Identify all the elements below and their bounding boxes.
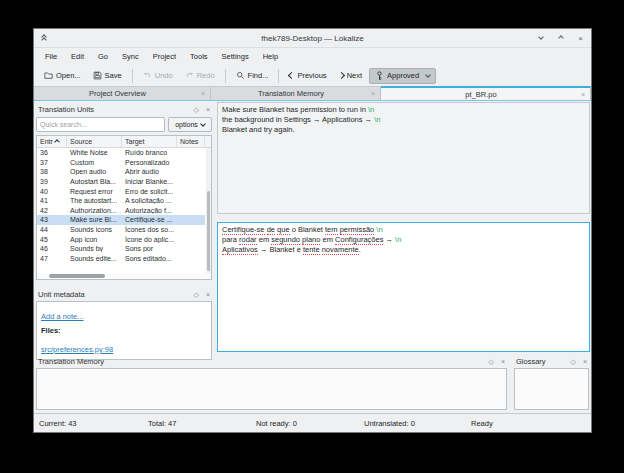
find-button[interactable]: Find... bbox=[231, 68, 274, 83]
panel-title: Translation Memory bbox=[38, 357, 104, 366]
status-ready: Ready bbox=[471, 419, 493, 428]
translation-units-panel: Translation Units ◇ × Quick search... op… bbox=[34, 102, 214, 280]
toolbar-separator bbox=[132, 69, 133, 83]
table-row[interactable]: 44Sounds iconsÍcones dos so... bbox=[37, 225, 205, 235]
close-panel-icon[interactable]: × bbox=[206, 291, 210, 298]
close-panel-icon[interactable]: × bbox=[501, 358, 505, 365]
quick-search-input[interactable]: Quick search... bbox=[36, 117, 165, 132]
tab-pt-br-po[interactable]: pt_BR.po × bbox=[381, 86, 591, 100]
panel-splitter[interactable] bbox=[34, 280, 214, 287]
chevron-down-icon bbox=[200, 121, 206, 127]
float-panel-icon[interactable]: ◇ bbox=[194, 291, 199, 298]
toolbar-separator bbox=[278, 69, 279, 83]
table-row[interactable]: 37CustomPersonalizado bbox=[37, 158, 205, 168]
save-icon bbox=[93, 71, 102, 80]
key-icon bbox=[375, 71, 384, 81]
minimize-icon[interactable] bbox=[536, 34, 545, 43]
close-panel-icon[interactable]: × bbox=[206, 106, 210, 113]
table-header: Entr Source Target Notes bbox=[37, 136, 211, 148]
undo-icon bbox=[143, 71, 152, 80]
toolbar-separator bbox=[225, 69, 226, 83]
tabbar: Project Overview × Translation Memory × … bbox=[34, 86, 591, 101]
chevron-left-icon bbox=[288, 72, 295, 79]
chevron-right-icon bbox=[338, 72, 345, 79]
folder-icon bbox=[44, 71, 53, 80]
files-label: Files: bbox=[41, 326, 207, 335]
menubar: File Edit Go Sync Project Tools Settings… bbox=[34, 48, 591, 65]
lokalize-window: fhek789-Desktop — Lokalize × File Edit G… bbox=[33, 28, 592, 433]
column-entry[interactable]: Entr bbox=[37, 136, 67, 147]
approved-button[interactable]: Approved bbox=[369, 68, 436, 84]
tab-project-overview[interactable]: Project Overview × bbox=[34, 86, 211, 100]
menu-tools[interactable]: Tools bbox=[183, 50, 215, 63]
units-table: Entr Source Target Notes 36White NoiseRu… bbox=[36, 135, 212, 280]
source-text-view[interactable]: Make sure Blanket has permission to run … bbox=[217, 102, 590, 214]
menu-go[interactable]: Go bbox=[91, 50, 115, 63]
options-button[interactable]: options bbox=[168, 117, 212, 132]
translation-memory-panel: Translation Memory ◇ × bbox=[34, 354, 509, 413]
panel-title: Glossary bbox=[516, 357, 546, 366]
float-panel-icon[interactable]: ◇ bbox=[194, 106, 199, 113]
table-row[interactable]: 39Autostart Bla...Iniciar Blanke... bbox=[37, 177, 205, 187]
close-icon[interactable]: × bbox=[576, 34, 585, 43]
maximize-icon[interactable] bbox=[556, 34, 565, 43]
undo-button[interactable]: Undo bbox=[138, 68, 178, 83]
table-row-selected[interactable]: 43Make sure Bl...Certifique-se ... bbox=[37, 215, 205, 225]
redo-button[interactable]: Redo bbox=[180, 68, 220, 83]
table-row[interactable]: 40Request errorErro de solicit... bbox=[37, 186, 205, 196]
menu-settings[interactable]: Settings bbox=[215, 50, 256, 63]
previous-button[interactable]: Previous bbox=[284, 68, 331, 83]
titlebar: fhek789-Desktop — Lokalize × bbox=[34, 29, 591, 48]
next-button[interactable]: Next bbox=[334, 68, 367, 83]
panel-title: Unit metadata bbox=[38, 290, 85, 299]
toolbar: Open... Save Undo Redo Find... Previous … bbox=[34, 65, 591, 86]
tab-close-icon[interactable]: × bbox=[201, 90, 210, 97]
tab-close-icon[interactable]: × bbox=[581, 91, 590, 98]
open-button[interactable]: Open... bbox=[39, 68, 86, 83]
status-not-ready: Not ready: 0 bbox=[256, 419, 364, 428]
table-row[interactable]: 38Open audioAbrir áudio bbox=[37, 167, 205, 177]
target-text-editor[interactable]: Certifique-se de que o Blanket tem permi… bbox=[217, 222, 590, 352]
window-title: fhek789-Desktop — Lokalize bbox=[34, 34, 591, 43]
float-panel-icon[interactable]: ◇ bbox=[489, 358, 494, 365]
table-row[interactable]: 42Authorization...Autorização f... bbox=[37, 206, 205, 216]
glossary-panel: Glossary ◇ × bbox=[512, 354, 591, 413]
sort-asc-icon bbox=[54, 139, 60, 145]
table-row[interactable]: 46Sounds bySons por bbox=[37, 244, 205, 254]
menu-file[interactable]: File bbox=[38, 50, 64, 63]
status-current: Current: 43 bbox=[39, 419, 148, 428]
editor-area: Make sure Blanket has permission to run … bbox=[217, 102, 591, 352]
horizontal-scrollbar[interactable] bbox=[37, 273, 211, 279]
table-row[interactable]: 41The autostart...A solicitação ... bbox=[37, 196, 205, 206]
chevron-down-icon bbox=[425, 72, 431, 78]
search-icon bbox=[236, 71, 245, 80]
unit-metadata-panel: Unit metadata ◇ × Add a note... Files: s… bbox=[34, 287, 214, 362]
status-total: Total: 47 bbox=[148, 419, 256, 428]
menu-help[interactable]: Help bbox=[256, 50, 285, 63]
tab-translation-memory[interactable]: Translation Memory × bbox=[211, 86, 381, 100]
vertical-scrollbar[interactable] bbox=[206, 148, 211, 273]
statusbar: Current: 43 Total: 47 Not ready: 0 Untra… bbox=[34, 413, 591, 432]
menu-edit[interactable]: Edit bbox=[64, 50, 91, 63]
table-row[interactable]: 47Sounds edite...Sons editado... bbox=[37, 254, 205, 264]
column-notes[interactable]: Notes bbox=[177, 136, 205, 147]
status-untranslated: Untranslated: 0 bbox=[364, 419, 471, 428]
tab-close-icon[interactable]: × bbox=[371, 90, 380, 97]
add-note-link[interactable]: Add a note... bbox=[41, 312, 84, 321]
save-button[interactable]: Save bbox=[88, 68, 127, 83]
panel-title: Translation Units bbox=[38, 105, 94, 114]
menu-sync[interactable]: Sync bbox=[115, 50, 146, 63]
close-panel-icon[interactable]: × bbox=[583, 358, 587, 365]
redo-icon bbox=[185, 71, 194, 80]
translation-memory-content bbox=[36, 368, 507, 410]
table-row[interactable]: 36White NoiseRuído branco bbox=[37, 148, 205, 158]
glossary-content bbox=[514, 368, 589, 410]
menu-project[interactable]: Project bbox=[146, 50, 183, 63]
column-source[interactable]: Source bbox=[67, 136, 122, 147]
table-row[interactable]: 45App iconÍcone do aplic... bbox=[37, 234, 205, 244]
column-target[interactable]: Target bbox=[122, 136, 177, 147]
float-panel-icon[interactable]: ◇ bbox=[571, 358, 576, 365]
